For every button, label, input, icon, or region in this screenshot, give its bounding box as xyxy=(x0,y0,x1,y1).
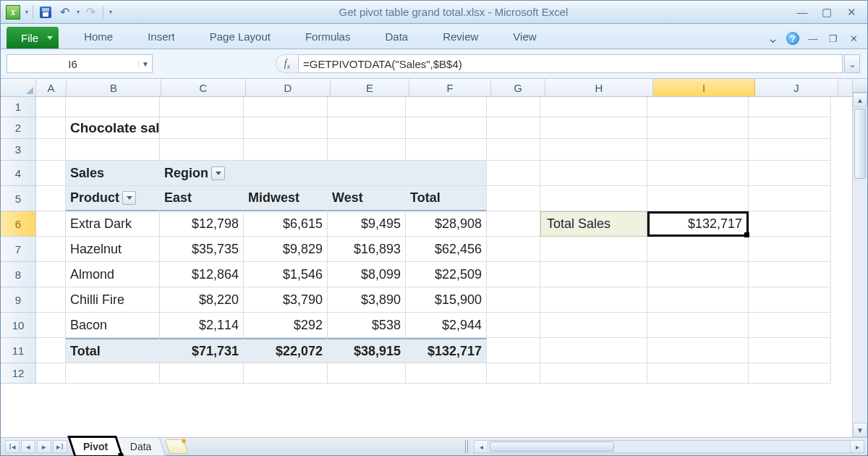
cell-J7[interactable] xyxy=(749,237,831,262)
row-header-1[interactable]: 1 xyxy=(1,97,36,117)
sheet-nav-prev-icon[interactable]: ◂ xyxy=(21,440,35,453)
vertical-scroll-track[interactable] xyxy=(853,107,867,423)
cell-F7[interactable]: $62,456 xyxy=(406,237,487,262)
cell-G8[interactable] xyxy=(487,262,540,287)
cell-I4[interactable] xyxy=(647,161,749,186)
col-header-B[interactable]: B xyxy=(67,79,161,96)
cell-A8[interactable] xyxy=(36,262,66,287)
cell-F1[interactable] xyxy=(406,97,487,117)
cell-D5[interactable]: Midwest xyxy=(244,186,328,211)
cell-J4[interactable] xyxy=(749,161,831,186)
qat-customize-arrow-icon[interactable]: ▾ xyxy=(109,9,112,15)
minimize-button[interactable]: — xyxy=(795,5,809,20)
cell-E2[interactable] xyxy=(328,117,406,139)
cell-H9[interactable] xyxy=(540,287,647,313)
cell-A12[interactable] xyxy=(36,363,66,384)
cell-A10[interactable] xyxy=(36,313,66,338)
cell-I9[interactable] xyxy=(647,287,749,313)
cell-C12[interactable] xyxy=(160,363,244,384)
cell-B2[interactable]: Chocolate sales by region xyxy=(66,117,160,139)
product-filter-button[interactable] xyxy=(122,191,136,205)
cell-J10[interactable] xyxy=(749,313,831,338)
cell-A5[interactable] xyxy=(36,186,66,211)
cell-E5[interactable]: West xyxy=(328,186,406,211)
cell-G1[interactable] xyxy=(487,97,540,117)
horizontal-scroll-track[interactable] xyxy=(488,440,850,453)
cell-I6[interactable]: $132,717 xyxy=(647,211,749,237)
ribbon-tab-review[interactable]: Review xyxy=(427,26,493,48)
cell-I1[interactable] xyxy=(647,97,749,117)
cell-C4[interactable]: Region xyxy=(160,161,244,186)
cell-H6[interactable]: Total Sales xyxy=(540,211,647,237)
cell-D11[interactable]: $22,072 xyxy=(244,338,328,363)
cell-E9[interactable]: $3,890 xyxy=(328,287,406,313)
cell-G2[interactable] xyxy=(487,117,540,139)
row-header-4[interactable]: 4 xyxy=(1,161,36,186)
cell-E12[interactable] xyxy=(328,363,406,384)
cell-G6[interactable] xyxy=(487,211,540,237)
sheet-nav-next-icon[interactable]: ▸ xyxy=(37,440,51,453)
cell-F4[interactable] xyxy=(406,161,487,186)
cell-B1[interactable] xyxy=(66,97,160,117)
col-header-I[interactable]: I xyxy=(653,79,755,96)
cell-C11[interactable]: $71,731 xyxy=(160,338,244,363)
row-header-12[interactable]: 12 xyxy=(1,363,36,384)
cell-C3[interactable] xyxy=(160,139,244,161)
cell-H3[interactable] xyxy=(540,139,647,161)
cell-J6[interactable] xyxy=(749,211,831,237)
cell-C10[interactable]: $2,114 xyxy=(160,313,244,338)
cell-H10[interactable] xyxy=(540,313,647,338)
cell-A3[interactable] xyxy=(36,139,66,161)
cell-J1[interactable] xyxy=(749,97,831,117)
cell-H5[interactable] xyxy=(540,186,647,211)
name-box[interactable]: I6 ▼ xyxy=(7,54,153,73)
cell-A7[interactable] xyxy=(36,237,66,262)
sheet-tab-data[interactable]: Data xyxy=(116,438,166,456)
workbook-minimize-button[interactable]: — xyxy=(807,32,820,45)
cell-E10[interactable]: $538 xyxy=(328,313,406,338)
save-button[interactable] xyxy=(38,4,54,20)
tab-split-handle[interactable] xyxy=(465,440,469,453)
cell-F9[interactable]: $15,900 xyxy=(406,287,487,313)
col-header-J[interactable]: J xyxy=(755,79,838,96)
formula-bar-expand-icon[interactable]: ⌄ xyxy=(844,54,860,73)
redo-button[interactable]: ↷ xyxy=(82,4,98,20)
cell-B6[interactable]: Extra Dark xyxy=(66,211,160,237)
new-sheet-button[interactable] xyxy=(165,439,188,454)
cell-J3[interactable] xyxy=(749,139,831,161)
cell-G3[interactable] xyxy=(487,139,540,161)
cell-F5[interactable]: Total xyxy=(406,186,487,211)
row-header-7[interactable]: 7 xyxy=(1,237,36,262)
cell-F2[interactable] xyxy=(406,117,487,139)
cell-I7[interactable] xyxy=(647,237,749,262)
cell-I5[interactable] xyxy=(647,186,749,211)
cell-E11[interactable]: $38,915 xyxy=(328,338,406,363)
cell-F8[interactable]: $22,509 xyxy=(406,262,487,287)
cell-D7[interactable]: $9,829 xyxy=(244,237,328,262)
cell-J8[interactable] xyxy=(749,262,831,287)
maximize-button[interactable]: ▢ xyxy=(820,5,834,20)
scroll-left-button[interactable]: ◂ xyxy=(474,440,488,453)
ribbon-min-chevron-icon[interactable]: ⌄ xyxy=(766,32,779,45)
vertical-scrollbar[interactable]: ▲ ▼ xyxy=(852,79,867,437)
vertical-scroll-thumb[interactable] xyxy=(854,109,866,179)
cell-C5[interactable]: East xyxy=(160,186,244,211)
excel-app-icon[interactable] xyxy=(5,4,21,20)
cell-H12[interactable] xyxy=(540,363,647,384)
cell-I11[interactable] xyxy=(647,338,749,363)
cell-I3[interactable] xyxy=(647,139,749,161)
horizontal-scroll-thumb[interactable] xyxy=(490,442,614,452)
row-header-9[interactable]: 9 xyxy=(1,287,36,313)
sheet-nav-last-icon[interactable]: ▸I xyxy=(53,440,67,453)
cell-H7[interactable] xyxy=(540,237,647,262)
file-tab[interactable]: File xyxy=(7,27,59,48)
ribbon-tab-data[interactable]: Data xyxy=(370,26,423,48)
cell-C7[interactable]: $35,735 xyxy=(160,237,244,262)
workbook-restore-button[interactable]: ❐ xyxy=(827,32,840,45)
formula-bar[interactable]: =GETPIVOTDATA("Sales",$B$4) xyxy=(298,54,843,73)
cell-A2[interactable] xyxy=(36,117,66,139)
cell-H1[interactable] xyxy=(540,97,647,117)
cell-F12[interactable] xyxy=(406,363,487,384)
cell-B4[interactable]: Sales xyxy=(66,161,160,186)
ribbon-tab-home[interactable]: Home xyxy=(69,26,128,48)
